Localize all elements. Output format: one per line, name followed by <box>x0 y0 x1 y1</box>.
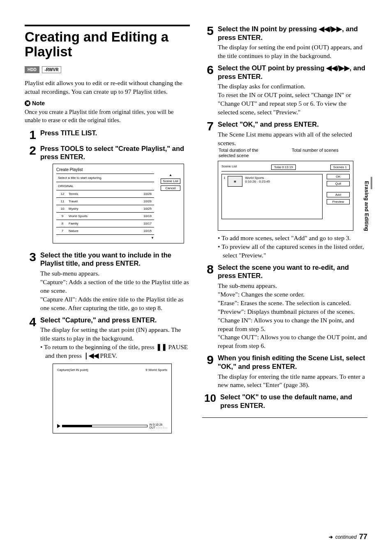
step-number-1: 1 <box>25 129 36 141</box>
step8-d1: The sub-menu appears. <box>218 282 367 290</box>
capture-ui: Capture(Set IN point) 9 World Sports IN … <box>53 364 172 433</box>
ui3-total: Total 0:13:19 <box>271 164 296 170</box>
scene-number: 1 <box>224 176 225 180</box>
step-number-4: 4 <box>25 316 36 438</box>
annotation-count: Total number of scenes <box>292 148 339 158</box>
continued-label: continued <box>335 534 357 540</box>
badge-rwvr: -RWVR <box>42 66 62 73</box>
step7-bullet2: To preview all of the captured scenes in… <box>218 243 367 260</box>
ui1-section: ORIGINAL <box>56 183 154 189</box>
scene-list-ui: Scene List Total 0:13:19 Scenes 1 1 ▦ W <box>218 161 353 231</box>
progress-track <box>62 425 148 427</box>
thumbnail-icon: ▦ <box>228 176 242 187</box>
step-number-5: 5 <box>202 25 214 60</box>
step-number-8: 8 <box>202 263 214 351</box>
note-body: Once you create a Playlist title from or… <box>25 108 190 124</box>
scene-time: 0:10:26 - 0:23:45 <box>245 180 270 183</box>
step8-d2: "Move": Changes the scene order. <box>218 290 367 299</box>
ui2-title-right: 9 World Sports <box>145 368 167 372</box>
step8-d4: "Preview": Displays thumbnail pictures o… <box>218 308 367 316</box>
step3-d3: "Capture All": Adds the entire title to … <box>40 295 190 313</box>
up-arrow-icon: ▲ <box>161 173 180 177</box>
left-column: Creating and Editing a Playlist HDD -RWV… <box>25 25 190 441</box>
ui2-title: Capture(Set IN point) <box>57 368 88 372</box>
add-button[interactable]: Add <box>327 192 350 197</box>
step8-head: Select the scene you want to re-edit, an… <box>218 263 367 280</box>
step6-head: Select the OUT point by pressing ◀◀/▶▶, … <box>218 64 367 81</box>
step8-d6: "Change OUT": Allows you to change the O… <box>218 333 367 350</box>
table-row: 11Travel10/26 <box>56 199 154 204</box>
annotation-duration: Total duration of the selected scene <box>219 148 268 158</box>
table-row: 7Nature10/15 <box>56 229 154 233</box>
rew-fwd-icon: ◀◀/▶▶ <box>319 25 342 32</box>
step5-head: Select the IN point by pressing ◀◀/▶▶, a… <box>218 25 367 42</box>
step3-head: Select the title you want to include in … <box>40 251 190 268</box>
ui3-scenes: Scenes 1 <box>330 164 350 170</box>
note-label: Note <box>32 100 45 107</box>
step3-d2: "Capture": Adds a section of the title t… <box>40 278 190 295</box>
play-icon <box>57 424 60 428</box>
end-rule <box>202 417 367 418</box>
step4-d1: The display for setting the start point … <box>40 326 190 343</box>
step6-d1: The display asks for confirmation. <box>218 82 367 91</box>
prev-icon: ❘◀◀ <box>83 352 99 359</box>
table-row: 9World Sports10/19 <box>56 214 154 218</box>
step-number-2: 2 <box>25 144 36 248</box>
table-row: 12Tennis10/28 <box>56 192 154 196</box>
preview-button[interactable]: Preview <box>327 199 350 204</box>
cancel-button[interactable]: Cancel <box>161 185 180 191</box>
note-icon: ✖ <box>25 100 30 106</box>
step9-head: When you finish editing the Scene List, … <box>218 354 367 371</box>
quit-button[interactable]: Quit <box>327 181 350 186</box>
step6-d2: To reset the IN or OUT point, select "Ch… <box>218 91 367 117</box>
ok-button[interactable]: OK <box>327 174 350 179</box>
step4-head: Select "Capture," and press ENTER. <box>40 316 190 324</box>
note-heading: ✖ Note <box>25 100 190 107</box>
ui3-left-label: Scene List <box>221 164 237 170</box>
step-number-9: 9 <box>202 354 214 389</box>
step7-bullet1: To add more scenes, select "Add" and go … <box>218 234 367 243</box>
rew-fwd-icon: ◀◀/▶▶ <box>326 64 350 72</box>
step8-d3: "Erase": Erases the scene. The selection… <box>218 299 367 308</box>
step9-d1: The display for entering the title name … <box>218 373 367 390</box>
step1-head: Press TITLE LIST. <box>40 129 190 137</box>
page-title: Creating and Editing a Playlist <box>25 30 190 60</box>
step3-d1: The sub-menu appears. <box>40 269 190 278</box>
step2-head: Press TOOLS to select "Create Playlist,"… <box>40 144 190 161</box>
step7-head: Select "OK," and press ENTER. <box>218 120 367 129</box>
table-row: 10Mystry10/25 <box>56 206 154 211</box>
scene-list-area: 1 ▦ World Sports 0:10:26 - 0:23:45 <box>221 174 323 219</box>
down-arrow-icon: ▼ <box>56 236 154 240</box>
pause-icon: ❚❚ <box>156 343 167 350</box>
ui1-prompt: Select a title to start capturing. <box>56 175 154 181</box>
create-playlist-ui: Create Playlist Select a title to start … <box>53 164 184 243</box>
ui1-title: Create Playlist <box>56 167 180 172</box>
scene-list-button[interactable]: Scene List <box>161 178 180 184</box>
step-number-3: 3 <box>25 251 36 313</box>
in-time: IN 0:10:26 <box>149 423 167 426</box>
title-rule <box>25 25 190 26</box>
scene-title: World Sports <box>245 176 270 180</box>
step-number-6: 6 <box>202 64 214 117</box>
page-footer: ➔ continued 77 <box>329 533 367 541</box>
intro-text: Playlist edit allows you to edit or re-e… <box>25 79 190 96</box>
step10-head: Select "OK" to use the default name, and… <box>220 393 367 410</box>
table-row: 8Family10/17 <box>56 221 154 226</box>
out-time: OUT - : - - : - - <box>149 426 167 429</box>
step4-bullet: To return to the beginning of the title,… <box>40 343 190 360</box>
media-badges: HDD -RWVR <box>25 66 190 73</box>
side-tab-marker <box>371 177 372 189</box>
step5-d1: The display for setting the end point (O… <box>218 43 367 60</box>
right-column: 5 Select the IN point by pressing ◀◀/▶▶,… <box>202 25 367 441</box>
step8-d5: "Change IN": Allows you to change the IN… <box>218 316 367 334</box>
badge-hdd: HDD <box>25 66 39 73</box>
step-number-7: 7 <box>202 120 214 260</box>
side-tab-label: Erasing and Editing <box>364 181 370 231</box>
page-number: 77 <box>359 533 367 541</box>
step7-d1: The Scene List menu appears with all of … <box>218 130 367 148</box>
continued-arrow-icon: ➔ <box>329 534 333 540</box>
step-number-10: 10 <box>202 393 216 411</box>
